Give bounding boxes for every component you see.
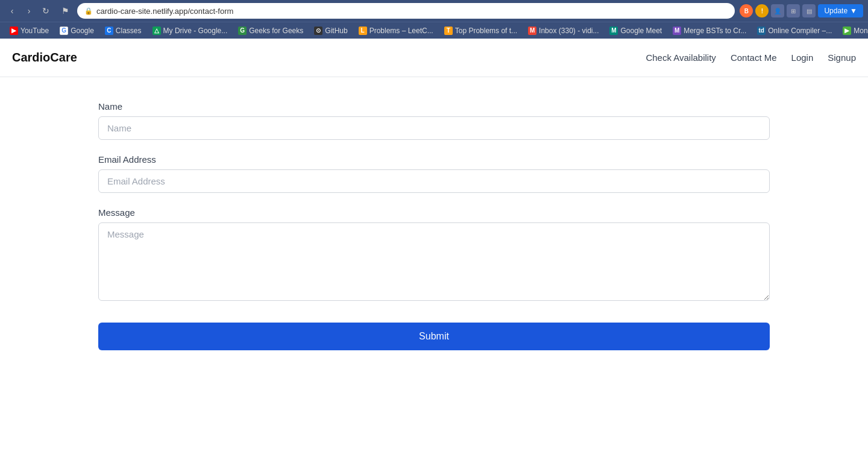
bookmarks-bar: ▶ YouTube G Google C Classes △ My Drive … xyxy=(0,22,868,39)
bookmark-classes-label: Classes xyxy=(116,27,142,35)
bookmark-classes[interactable]: C Classes xyxy=(100,25,146,36)
submit-button[interactable]: Submit xyxy=(98,323,770,350)
app-logo: CardioCare xyxy=(12,51,77,65)
google-favicon: G xyxy=(60,27,68,35)
bookmark-icon[interactable]: ⚑ xyxy=(58,4,72,18)
merge-favicon: M xyxy=(673,27,681,35)
update-button[interactable]: Update ▼ xyxy=(818,4,863,17)
browser-actions: B ! 👤 ⊞ ▤ Update ▼ xyxy=(740,4,863,17)
email-label: Email Address xyxy=(98,154,770,165)
bookmark-github-label: GitHub xyxy=(325,27,347,35)
bookmark-leet-label: Problems – LeetC... xyxy=(370,27,433,35)
profile-icons: 👤 ⊞ ▤ xyxy=(771,4,816,17)
bookmark-google-label: Google xyxy=(71,27,94,35)
nav-login[interactable]: Login xyxy=(791,52,814,63)
message-label: Message xyxy=(98,207,770,218)
bookmark-inbox[interactable]: M Inbox (330) - vidi... xyxy=(523,25,603,36)
bookmark-youtube-label: YouTube xyxy=(20,27,49,35)
reload-button[interactable]: ↻ xyxy=(39,4,53,18)
bookmark-github[interactable]: ⊙ GitHub xyxy=(309,25,352,36)
forward-button[interactable]: › xyxy=(22,4,36,18)
nav-buttons: ‹ › ↻ xyxy=(5,4,53,18)
main-content: Name Email Address Message Submit xyxy=(0,77,868,374)
bookmark-mongo[interactable]: ▶ MongoDb Tutorial... xyxy=(838,25,868,36)
bookmark-compiler[interactable]: td Online Compiler –... xyxy=(752,25,837,36)
bookmark-youtube[interactable]: ▶ YouTube xyxy=(5,25,54,36)
bookmark-google[interactable]: G Google xyxy=(55,25,99,36)
bookmark-leet[interactable]: L Problems – LeetC... xyxy=(354,25,438,36)
name-input[interactable] xyxy=(98,116,770,140)
drive-favicon: △ xyxy=(153,27,161,35)
profile-icon-1: 👤 xyxy=(771,4,784,17)
name-group: Name xyxy=(98,101,770,140)
contact-form: Name Email Address Message Submit xyxy=(98,101,770,350)
classes-favicon: C xyxy=(105,27,113,35)
bookmark-mongo-label: MongoDb Tutorial... xyxy=(854,27,868,35)
bookmark-inbox-label: Inbox (330) - vidi... xyxy=(539,27,599,35)
bookmark-meet[interactable]: M Google Meet xyxy=(605,25,667,36)
nav-check-availability[interactable]: Check Availability xyxy=(646,52,715,63)
youtube-favicon: ▶ xyxy=(10,27,18,35)
app-nav: CardioCare Check Availability Contact Me… xyxy=(0,39,868,77)
email-input[interactable] xyxy=(98,169,770,193)
bookmark-merge-label: Merge BSTs to Cr... xyxy=(684,27,746,35)
bookmark-drive[interactable]: △ My Drive - Google... xyxy=(148,25,233,36)
top-favicon: T xyxy=(444,27,453,35)
bookmark-compiler-label: Online Compiler –... xyxy=(768,27,832,35)
back-button[interactable]: ‹ xyxy=(5,4,19,18)
lock-icon: 🔒 xyxy=(84,7,93,15)
nav-signup[interactable]: Signup xyxy=(828,52,856,63)
meet-favicon: M xyxy=(609,27,618,35)
brave-icon: B xyxy=(740,4,753,17)
leet-favicon: L xyxy=(359,27,367,35)
warning-icon: ! xyxy=(755,4,769,17)
message-group: Message xyxy=(98,207,770,303)
message-textarea[interactable] xyxy=(98,222,770,301)
github-favicon: ⊙ xyxy=(314,27,322,35)
inbox-favicon: M xyxy=(528,27,536,35)
bookmark-top-label: Top Problems of t... xyxy=(455,27,517,35)
bookmark-top[interactable]: T Top Problems of t... xyxy=(439,25,522,36)
browser-chrome: ‹ › ↻ ⚑ 🔒 cardio-care-site.netlify.app/c… xyxy=(0,0,868,39)
nav-links: Check Availability Contact Me Login Sign… xyxy=(646,52,856,63)
geeks-favicon: G xyxy=(238,27,247,35)
nav-contact-me[interactable]: Contact Me xyxy=(731,52,777,63)
name-label: Name xyxy=(98,101,770,112)
update-chevron-icon: ▼ xyxy=(850,7,857,15)
browser-toolbar: ‹ › ↻ ⚑ 🔒 cardio-care-site.netlify.app/c… xyxy=(0,0,868,22)
bookmark-meet-label: Google Meet xyxy=(620,27,662,35)
sidebar-icon: ▤ xyxy=(802,4,816,17)
extensions-icon: ⊞ xyxy=(787,4,800,17)
url-text: cardio-care-site.netlify.app/contact-for… xyxy=(96,7,233,16)
bookmark-geeks[interactable]: G Geeks for Geeks xyxy=(233,25,308,36)
mongo-favicon: ▶ xyxy=(843,27,851,35)
bookmark-drive-label: My Drive - Google... xyxy=(163,27,228,35)
email-group: Email Address xyxy=(98,154,770,193)
bookmark-geeks-label: Geeks for Geeks xyxy=(249,27,303,35)
update-label: Update xyxy=(824,7,848,15)
compiler-favicon: td xyxy=(757,27,766,35)
address-bar[interactable]: 🔒 cardio-care-site.netlify.app/contact-f… xyxy=(77,3,735,19)
bookmark-merge[interactable]: M Merge BSTs to Cr... xyxy=(668,25,751,36)
